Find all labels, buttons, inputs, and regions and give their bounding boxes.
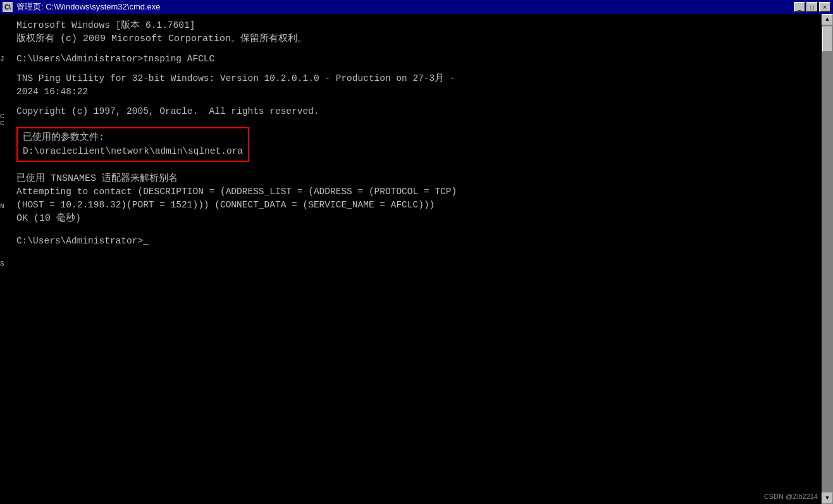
console-area[interactable]: Microsoft Windows [版本 6.1.7601] 版权所有 (c)… xyxy=(9,14,833,504)
title-bar-left: C\ 管理页: C:\Windows\system32\cmd.exe xyxy=(3,1,161,13)
scroll-up-button[interactable]: ▲ xyxy=(822,14,833,25)
scroll-down-button[interactable]: ▼ xyxy=(822,493,833,504)
line-oracle-copyright: Copyright (c) 1997, 2005, Oracle. All ri… xyxy=(16,105,819,118)
watermark: CSDN @Zlb2214 xyxy=(764,493,818,500)
minimize-button[interactable]: _ xyxy=(794,2,805,12)
line-tnsping-command: C:\Users\Administrator>tnsping AFCLC xyxy=(16,52,819,66)
marker-s: S xyxy=(0,261,9,267)
window-title: 管理页: C:\Windows\system32\cmd.exe xyxy=(16,1,161,13)
close-button[interactable]: × xyxy=(819,2,830,12)
line-params-path: D:\oracleclient\network\admin\sqlnet.ora xyxy=(23,145,243,158)
line-tnsnames-label: 已使用 TNSNAMES 适配器来解析别名 xyxy=(16,172,819,186)
line-windows-version: Microsoft Windows [版本 6.1.7601] xyxy=(16,19,819,32)
title-bar-buttons: _ □ × xyxy=(794,2,830,12)
line-datetime: 2024 16:48:22 xyxy=(16,85,819,99)
title-bar: C\ 管理页: C:\Windows\system32\cmd.exe _ □ … xyxy=(0,0,833,14)
line-tns-utility: TNS Ping Utility for 32-bit Windows: Ver… xyxy=(16,72,819,85)
line-copyright: 版权所有 (c) 2009 Microsoft Corporation。保留所有… xyxy=(16,32,819,46)
cmd-window: C\ 管理页: C:\Windows\system32\cmd.exe _ □ … xyxy=(0,0,833,504)
line-host-port: (HOST = 10.2.198.32)(PORT = 1521))) (CON… xyxy=(16,199,819,212)
scrollbar[interactable]: ▲ ▼ xyxy=(822,14,833,504)
window-icon: C\ xyxy=(3,2,13,12)
marker-j: J xyxy=(0,56,9,63)
line-prompt: C:\Users\Administrator>_ xyxy=(16,235,819,248)
line-attempting: Attempting to contact (DESCRIPTION = (AD… xyxy=(16,185,819,199)
left-gutter: J C C N S xyxy=(0,14,9,504)
scroll-thumb[interactable] xyxy=(822,27,832,52)
highlight-box: 已使用的参数文件: D:\oracleclient\network\admin\… xyxy=(16,127,249,162)
line-ok: OK (10 毫秒) xyxy=(16,212,819,226)
restore-button[interactable]: □ xyxy=(806,2,818,12)
scroll-track[interactable] xyxy=(822,25,833,493)
marker-n: N xyxy=(0,203,9,210)
line-params-label: 已使用的参数文件: xyxy=(23,131,243,145)
